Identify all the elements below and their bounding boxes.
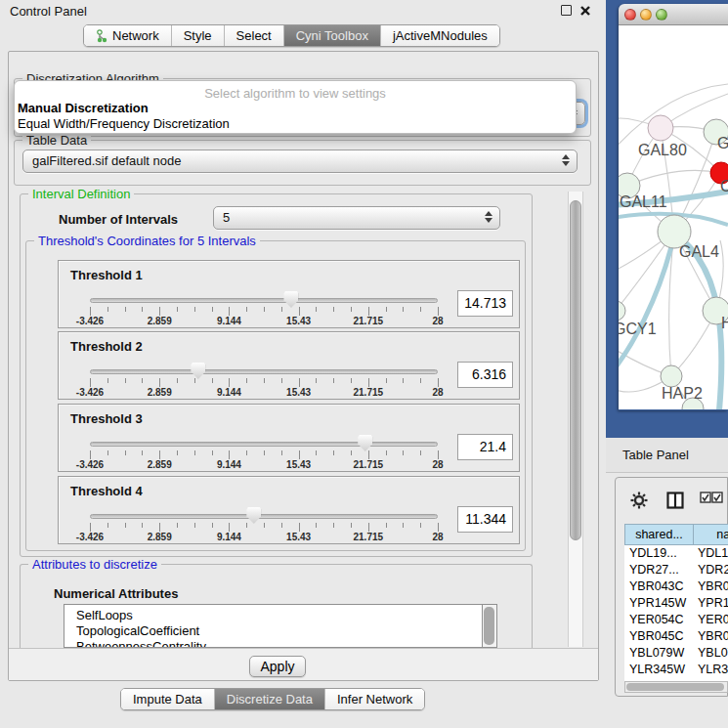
table-data-section: Table Data galFiltered.sif default node <box>14 140 591 186</box>
threshold-label: Threshold 3 <box>70 411 143 426</box>
node-label: C <box>720 178 728 194</box>
table-panel-title: Table Panel <box>622 448 689 462</box>
combo-stepper-icon <box>485 211 492 223</box>
threshold-value-field[interactable]: 6.316 <box>457 362 513 388</box>
table-cell: YDR27... <box>693 562 728 578</box>
node-label: G <box>717 135 728 151</box>
threshold-slider-thumb[interactable] <box>246 507 261 524</box>
slider-tick-labels: -3.4262.8599.14415.4321.71528 <box>90 459 438 471</box>
numerical-attributes-label: Numerical Attributes <box>54 586 178 601</box>
network-view-window: GAL80GCGAL11GAL4GCY1HHAP2 <box>619 4 728 410</box>
table-hscrollbar-thumb[interactable] <box>626 683 724 691</box>
minimize-traffic-light-icon[interactable] <box>640 9 652 21</box>
threshold-label: Threshold 4 <box>70 484 143 498</box>
table-cell: YPR145W <box>693 595 728 612</box>
threshold-panel-2: Threshold 2-3.4262.8599.14415.4321.71528… <box>58 331 520 400</box>
threshold-slider-thumb[interactable] <box>191 363 205 379</box>
thresholds-title: Threshold's Coordinates for 5 Intervals <box>34 234 260 248</box>
table-row[interactable]: YDL19...YDL19... <box>624 545 728 562</box>
apply-button[interactable]: Apply <box>249 656 306 677</box>
number-of-intervals-value: 5 <box>223 210 230 225</box>
threshold-panel-3: Threshold 3-3.4262.8599.14415.4321.71528… <box>58 404 520 472</box>
tab-style[interactable]: Style <box>171 25 224 46</box>
threshold-slider-track[interactable] <box>90 514 438 519</box>
numerical-attributes-list[interactable]: SelfLoopsTopologicalCoefficientBetweenne… <box>64 604 496 648</box>
network-node-hap2[interactable] <box>661 365 682 387</box>
table-row[interactable]: YBL079WYBL079W <box>624 645 728 662</box>
threshold-slider-track[interactable] <box>90 442 438 447</box>
cyni-bottom-tabs: Impute DataDiscretize DataInfer Network <box>120 688 425 710</box>
column-header-name[interactable]: name <box>693 524 728 545</box>
network-canvas[interactable]: GAL80GCGAL11GAL4GCY1HHAP2 <box>619 25 728 409</box>
split-columns-icon[interactable] <box>666 492 684 509</box>
network-node-gcy1[interactable] <box>619 301 625 321</box>
table-cell: YPR145W <box>624 595 693 612</box>
table-row[interactable]: YDR27...YDR27... <box>624 562 728 578</box>
table-cell: YBL079W <box>624 645 693 662</box>
attribute-item-betweennesscentrality[interactable]: BetweennessCentrality <box>76 639 495 648</box>
column-header-shared[interactable]: shared... <box>624 524 693 545</box>
tab-label: Impute Data <box>133 689 202 709</box>
network-node-gal80[interactable] <box>648 115 673 141</box>
attributes-scrollbar-thumb[interactable] <box>484 607 494 645</box>
table-cell: YBR045C <box>693 628 728 645</box>
algorithm-option-equal-width-frequency-discretization[interactable]: Equal Width/Frequency Discretization <box>15 116 576 132</box>
network-icon <box>96 29 107 43</box>
table-row[interactable]: YBR043CYBR043C <box>624 578 728 595</box>
threshold-slider-track[interactable] <box>90 298 438 303</box>
table-cell: YBR045C <box>624 628 693 645</box>
tab-network[interactable]: Network <box>84 25 171 46</box>
tab-label: Network <box>112 25 159 46</box>
close-traffic-light-icon[interactable] <box>624 9 636 21</box>
threshold-value-field[interactable]: 14.713 <box>457 290 513 317</box>
threshold-slider-thumb[interactable] <box>283 291 298 308</box>
node-label: GAL80 <box>638 142 687 158</box>
threshold-panel-4: Threshold 4-3.4262.8599.14415.4321.71528… <box>58 476 520 544</box>
gear-icon[interactable] <box>630 492 648 509</box>
table-data-combobox[interactable]: galFiltered.sif default node <box>22 150 578 173</box>
algorithm-dropdown-popup: Select algorithm to view settings Manual… <box>14 80 577 134</box>
node-label: GCY1 <box>619 321 657 337</box>
threshold-slider-track[interactable] <box>90 369 438 374</box>
table-cell: YDL19... <box>693 545 728 562</box>
tab-label: Select <box>236 25 272 46</box>
node-attribute-table[interactable]: shared...nameYDL19...YDL19...YDR27...YDR… <box>624 524 728 682</box>
float-window-icon[interactable] <box>561 5 572 16</box>
control-panel-titlebar: Control Panel <box>0 0 606 21</box>
select-columns-icon[interactable] <box>700 492 723 504</box>
tab-jactivemnodules[interactable]: jActiveMNodules <box>380 25 499 46</box>
table-cell: YDL19... <box>624 545 693 562</box>
algorithm-hint-option[interactable]: Select algorithm to view settings <box>15 86 576 101</box>
table-row[interactable]: YER054CYER054C <box>624 612 728 628</box>
network-edge <box>619 235 674 373</box>
node-label: GAL4 <box>679 243 719 260</box>
algorithm-option-manual-discretization[interactable]: Manual Discretization <box>15 101 576 116</box>
tab-label: jActiveMNodules <box>393 25 488 46</box>
attributes-title: Attributes to discretize <box>28 557 161 572</box>
tab-impute-data[interactable]: Impute Data <box>121 689 214 709</box>
attribute-item-selfloops[interactable]: SelfLoops <box>76 608 495 623</box>
tab-cyni-toolbox[interactable]: Cyni Toolbox <box>283 25 380 46</box>
table-header-row: shared...name <box>624 524 728 545</box>
table-row[interactable]: YPR145WYPR145W <box>624 595 728 612</box>
threshold-slider-thumb[interactable] <box>358 435 372 451</box>
threshold-value-field[interactable]: 11.344 <box>457 506 513 533</box>
table-row[interactable]: YLR345WYLR345W <box>624 662 728 678</box>
panel-scrollbar-thumb[interactable] <box>570 200 581 540</box>
table-row[interactable]: YBR045CYBR045C <box>624 628 728 645</box>
threshold-value-field[interactable]: 21.4 <box>457 434 513 460</box>
tab-select[interactable]: Select <box>224 25 283 46</box>
application-window: Control Panel NetworkStyleSelectCyni Too… <box>0 0 728 728</box>
combo-stepper-icon <box>562 154 570 166</box>
table-cell: YLR345W <box>624 662 693 678</box>
tab-infer-network[interactable]: Infer Network <box>324 689 424 709</box>
threshold-label: Threshold 1 <box>70 268 143 282</box>
tab-label: Infer Network <box>337 689 412 709</box>
close-icon[interactable] <box>579 5 591 17</box>
attribute-item-topologicalcoefficient[interactable]: TopologicalCoefficient <box>76 623 495 639</box>
number-of-intervals-combobox[interactable]: 5 <box>213 206 500 230</box>
zoom-traffic-light-icon[interactable] <box>656 9 667 21</box>
control-panel-title: Control Panel <box>10 4 87 19</box>
tab-discretize-data[interactable]: Discretize Data <box>214 689 324 709</box>
node-label: GAL11 <box>620 193 667 210</box>
